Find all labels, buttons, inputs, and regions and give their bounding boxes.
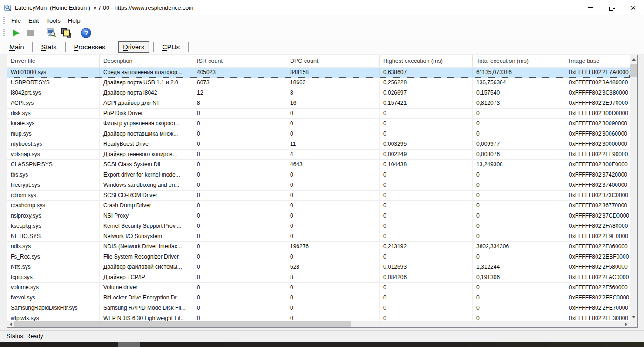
column-header-dpc-count[interactable]: DPC count	[286, 55, 380, 67]
table-row[interactable]: i8042prt.sysДрайвер порта i80421280,0266…	[7, 88, 630, 98]
tab-stats[interactable]: Stats	[37, 42, 61, 52]
menu-item-edit[interactable]: Edit	[25, 16, 42, 25]
column-header-image-base[interactable]: Image base	[565, 55, 629, 67]
cell-dpc-count: 0	[286, 303, 380, 313]
cell-isr-count: 0	[193, 109, 286, 119]
cell-driver-file: volsnap.sys	[7, 150, 100, 160]
help-button[interactable]: ?	[81, 28, 91, 38]
help-icon: ?	[84, 29, 88, 37]
driver-table-body: Wdf01000.sysСреда выполнения платфор...4…	[7, 68, 630, 321]
table-row[interactable]: tcpip.sysДрайвер TCP/IP080,0842060,19130…	[7, 272, 630, 283]
table-row[interactable]: Ntfs.sysДрайвер файловой системы...06280…	[7, 262, 630, 272]
table-row[interactable]: ndis.sysNDIS (Network Driver Interfac...…	[7, 242, 630, 252]
minimize-icon	[588, 7, 593, 8]
table-row[interactable]: crashdmp.sysCrash Dump Driver00000xFFFFF…	[7, 201, 630, 211]
driver-table-header: Driver fileDescriptionISR countDPC count…	[7, 55, 637, 68]
start-monitor-button[interactable]	[13, 29, 20, 37]
column-header-highest-execution[interactable]: Highest execution (ms)	[380, 55, 473, 67]
cell-image-base: 0xFFFFF802'36770000	[565, 201, 629, 211]
cell-image-base: 0xFFFFF802'2F860000	[565, 242, 629, 252]
column-header-total-execution[interactable]: Total execution (ms)	[473, 55, 565, 67]
column-header-isr-count[interactable]: ISR count	[193, 55, 286, 67]
cell-description: Драйвер TCP/IP	[100, 272, 193, 283]
cell-description: Samsung RAPID Mode Disk Fil...	[100, 303, 193, 313]
stop-monitor-button[interactable]	[27, 30, 34, 36]
cell-dpc-count: 0	[286, 129, 380, 139]
vertical-scrollbar-thumb[interactable]	[630, 64, 637, 77]
tab-separator	[65, 42, 66, 52]
tab-processes[interactable]: Processes	[70, 42, 110, 52]
horizontal-scrollbar[interactable]	[7, 321, 630, 327]
table-row[interactable]: Fs_Rec.sysFile System Recognizer Driver0…	[7, 252, 630, 262]
toolbar-grip-icon[interactable]	[3, 29, 5, 36]
tab-separator	[153, 42, 154, 52]
cell-total-execution: 0	[473, 211, 565, 221]
table-row[interactable]: rdyboost.sysReadyBoost Driver0110,003295…	[7, 139, 630, 150]
menu-bar: FileEditToolsHelp	[0, 15, 644, 26]
table-row[interactable]: SamsungRapidDiskFltr.sysSamsung RAPID Mo…	[7, 303, 630, 313]
taskbar-strip	[0, 342, 644, 347]
cell-description: ReadyBoost Driver	[100, 139, 193, 150]
horizontal-scrollbar-thumb[interactable]	[14, 321, 351, 327]
title-bar: LatencyMon (Home Edition ) v 7.00 - http…	[0, 0, 644, 15]
cell-highest-execution: 0,012693	[380, 262, 473, 272]
tab-main[interactable]: Main	[5, 42, 28, 52]
cell-total-execution: 0	[473, 180, 565, 191]
cell-isr-count: 0	[193, 272, 286, 283]
minimize-button[interactable]	[580, 0, 601, 15]
tab-cpus[interactable]: CPUs	[158, 42, 184, 52]
cell-dpc-count: 348158	[286, 68, 380, 78]
column-header-driver-file[interactable]: Driver file	[7, 55, 100, 67]
table-row[interactable]: tbs.sysExport driver for kernel mode...0…	[7, 170, 630, 180]
table-row[interactable]: disk.sysPnP Disk Driver00000xFFFFF802'30…	[7, 109, 630, 119]
table-row[interactable]: USBPORT.SYSДрайвер порта USB 1.1 и 2.060…	[7, 78, 630, 88]
cell-description: Export driver for kernel mode...	[100, 170, 193, 180]
tab-drivers[interactable]: Drivers	[118, 41, 149, 53]
scroll-left-icon[interactable]	[7, 321, 14, 327]
table-row[interactable]: cdrom.sysSCSI CD-ROM Driver00000xFFFFF80…	[7, 191, 630, 201]
cell-driver-file: mup.sys	[7, 129, 100, 139]
vertical-scrollbar[interactable]	[630, 55, 637, 321]
tab-separator	[188, 42, 189, 52]
menu-item-help[interactable]: Help	[64, 16, 84, 25]
cell-highest-execution: 0	[380, 211, 473, 221]
table-row[interactable]: ksecpkg.sysKernel Security Support Provi…	[7, 221, 630, 231]
report-button[interactable]	[60, 27, 72, 39]
cell-driver-file: ksecpkg.sys	[7, 221, 100, 231]
cell-highest-execution: 0,104438	[380, 160, 473, 170]
cell-dpc-count: 0	[286, 313, 380, 321]
scroll-down-icon[interactable]	[630, 313, 637, 321]
cell-image-base: 0xFFFFF802'2E970000	[565, 98, 629, 109]
table-row[interactable]: nsiproxy.sysNSI Proxy00000xFFFFF802'37CD…	[7, 211, 630, 221]
table-row[interactable]: fvevol.sysBitLocker Drive Encryption Dr.…	[7, 293, 630, 303]
cell-dpc-count: 0	[286, 201, 380, 211]
menu-item-file[interactable]: File	[7, 16, 25, 25]
cell-isr-count: 12	[193, 88, 286, 98]
cell-driver-file: crashdmp.sys	[7, 201, 100, 211]
cell-description: Kernel Security Support Provi...	[100, 221, 193, 231]
table-row[interactable]: NETIO.SYSNetwork I/O Subsystem00000xFFFF…	[7, 231, 630, 242]
cell-dpc-count: 4	[286, 150, 380, 160]
cell-driver-file: iorate.sys	[7, 119, 100, 129]
cell-isr-count: 6073	[193, 78, 286, 88]
table-row[interactable]: ACPI.sysACPI драйвер для NT8160,1574210,…	[7, 98, 630, 109]
table-row[interactable]: mup.sysДрайвер поставщика множ...00000xF…	[7, 129, 630, 139]
table-row[interactable]: wfplwfs.sysWFP NDIS 6.30 Lightweight Fil…	[7, 313, 630, 321]
close-button[interactable]: ×	[623, 0, 644, 15]
table-row[interactable]: CLASSPNP.SYSSCSI Class System Dll046430,…	[7, 160, 630, 170]
scroll-up-icon[interactable]	[630, 55, 637, 63]
table-row[interactable]: volsnap.sysДрайвер теневого копиров...04…	[7, 150, 630, 160]
restore-button[interactable]	[601, 0, 623, 15]
table-row[interactable]: Wdf01000.sysСреда выполнения платфор...4…	[7, 68, 630, 78]
monitor-analyze-button[interactable]	[45, 27, 57, 39]
table-row[interactable]: volume.sysVolume driver00000xFFFFF802'2F…	[7, 283, 630, 293]
scroll-right-icon[interactable]	[622, 321, 630, 327]
cell-driver-file: i8042prt.sys	[7, 88, 100, 98]
column-header-description[interactable]: Description	[100, 55, 193, 67]
cell-dpc-count: 0	[286, 211, 380, 221]
cell-total-execution: 0,812073	[473, 98, 565, 109]
menu-item-tools[interactable]: Tools	[42, 16, 64, 25]
table-row[interactable]: filecrypt.sysWindows sandboxing and en..…	[7, 180, 630, 191]
table-row[interactable]: iorate.sysФильтр управления скорост...00…	[7, 119, 630, 129]
cell-isr-count: 0	[193, 119, 286, 129]
